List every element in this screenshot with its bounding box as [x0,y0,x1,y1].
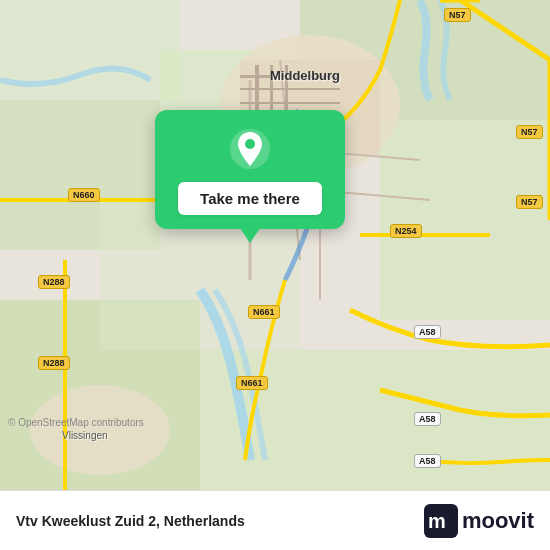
city-label-vlissingen: Vlissingen [62,430,108,441]
road-label-n254: N254 [390,224,422,238]
road-label-n661-top: N661 [248,305,280,319]
road-label-n288-bot: N288 [38,356,70,370]
road-label-n57-right: N57 [516,125,543,139]
moovit-brand-name: moovit [462,508,534,534]
city-label-middelburg: Middelburg [270,68,340,83]
svg-point-31 [245,139,255,149]
road-label-a58-mid: A58 [414,325,441,339]
osm-attribution: © OpenStreetMap contributors [8,417,144,428]
road-label-n661-bot: N661 [236,376,268,390]
road-label-a58-bot: A58 [414,412,441,426]
location-name: Vtv Kweeklust Zuid 2, Netherlands [16,513,245,529]
svg-rect-5 [380,120,550,320]
take-me-there-button[interactable]: Take me there [178,182,322,215]
svg-text:m: m [428,510,446,532]
location-popup[interactable]: Take me there [155,110,345,229]
map-view[interactable]: N57 N57 N57 N660 N254 N661 N661 N288 N28… [0,0,550,490]
road-label-a58-far: A58 [414,454,441,468]
bottom-bar: Vtv Kweeklust Zuid 2, Netherlands m moov… [0,490,550,550]
moovit-logo: m moovit [424,504,534,538]
road-label-n57-mid: N57 [516,195,543,209]
moovit-icon: m [424,504,458,538]
location-info: Vtv Kweeklust Zuid 2, Netherlands [16,513,245,529]
road-label-n288-top: N288 [38,275,70,289]
location-pin-icon [229,128,271,170]
svg-rect-27 [240,88,340,90]
road-label-n660: N660 [68,188,100,202]
road-label-n57-top: N57 [444,8,471,22]
svg-rect-28 [240,102,340,104]
